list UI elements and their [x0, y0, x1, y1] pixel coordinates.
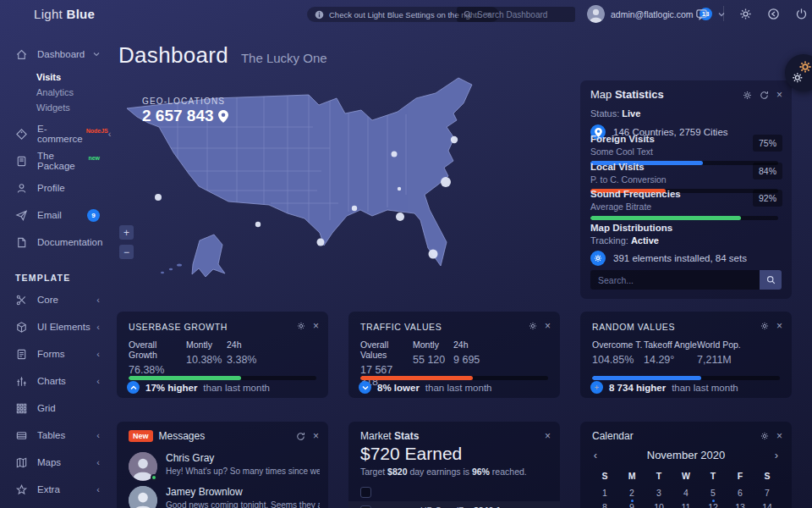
sidebar-item-ui-elements[interactable]: UI Elements ‹ [0, 313, 110, 340]
gear-icon[interactable] [760, 432, 769, 440]
navbar-search [457, 7, 575, 22]
calendar-day[interactable]: 1 [591, 486, 618, 500]
status-line: Status: Live [590, 108, 640, 119]
calendar-day[interactable]: 4 [672, 486, 700, 500]
new-badge: new [88, 155, 100, 161]
prev-month-button[interactable]: ‹ [580, 449, 611, 461]
market-stats-widget: Market Stats × $720 Earned Target $820 d… [348, 422, 560, 508]
calendar-day[interactable]: 10 [645, 500, 672, 508]
new-badge: New [129, 430, 153, 442]
map-icon [15, 456, 28, 469]
gear-icon[interactable] [743, 91, 752, 100]
book-icon [15, 155, 28, 168]
chevron-left-icon: ‹ [96, 322, 100, 332]
map-stats-search-input[interactable] [590, 270, 760, 290]
zoom-out-button[interactable]: − [119, 245, 134, 259]
scissors-icon [15, 294, 28, 306]
gear-icon[interactable] [297, 322, 305, 330]
usa-map[interactable]: GEO-LOCATIONS 2 657 843 + − [118, 76, 508, 284]
calendar-day[interactable]: 9 [618, 500, 645, 508]
sidebar-item-core[interactable]: Core ‹ [0, 286, 110, 313]
gear-icon[interactable] [739, 8, 752, 20]
navbar-icons [695, 6, 808, 21]
progress-bar [360, 376, 473, 380]
close-icon[interactable]: × [545, 431, 551, 441]
sidebar-item-documentation[interactable]: Documentation [0, 229, 110, 256]
calendar-day[interactable]: 6 [727, 486, 754, 500]
website-globe-icon[interactable] [767, 8, 780, 20]
sidebar-item-grid[interactable]: Grid [0, 395, 110, 422]
close-icon[interactable]: × [776, 321, 782, 331]
search-input[interactable] [477, 10, 568, 19]
calendar-day[interactable]: 11 [672, 500, 700, 508]
light-blue-dashboard: { "icons": { "close": "×", "chevron_left… [0, 0, 812, 508]
next-month-button[interactable]: › [761, 449, 792, 461]
zoom-in-button[interactable]: + [119, 225, 134, 240]
template-section-label: TEMPLATE [15, 273, 110, 283]
calendar-day[interactable]: 7 [754, 486, 781, 500]
sidebar-item-ecommerce[interactable]: E-commerce NodeJS ‹ [0, 120, 110, 147]
sidebar-item-charts[interactable]: Charts ‹ [0, 367, 110, 395]
chat-icon[interactable] [695, 8, 708, 20]
tracking-line: Tracking: Active [590, 235, 659, 246]
calendar-day-with-event[interactable]: 5 [700, 486, 727, 500]
avatar [129, 452, 157, 481]
message-item[interactable]: Chris Gray Hey! What's up? So many times… [129, 452, 320, 481]
sidebar: Dashboard Visits Analytics Widgets E-com… [0, 29, 110, 508]
sidebar-item-maps[interactable]: Maps ‹ [0, 449, 110, 476]
map-distributions-title: Map Distributions [590, 223, 672, 233]
sidebar-item-extra[interactable]: Extra ‹ [0, 476, 110, 503]
stat-widgets-row: USERBASE GROWTH × Overall Growth76.38% M… [117, 312, 792, 398]
gear-icon[interactable] [529, 322, 537, 330]
geo-locations-count: 2 657 843 [142, 107, 228, 125]
trend-footer: + 8 734 higher than last month [590, 381, 738, 394]
chevron-left-icon: ‹ [96, 376, 100, 386]
settings-drawer-button[interactable] [785, 54, 812, 91]
dashboard-submenu: Visits Analytics Widgets [0, 68, 110, 120]
close-icon[interactable]: × [313, 431, 319, 441]
widget-title: Market Stats [360, 430, 419, 442]
calendar-day[interactable]: 12 [700, 500, 727, 508]
sidebar-item-the-package[interactable]: The Package new [0, 147, 110, 174]
elements-line: 391 elements installed, 84 sets [590, 251, 747, 266]
sidebar-item-forms[interactable]: Forms ‹ [0, 340, 110, 367]
row-checkbox[interactable] [360, 487, 371, 498]
close-icon[interactable]: × [776, 431, 782, 441]
close-icon[interactable]: × [776, 90, 782, 100]
table-row[interactable] [348, 483, 560, 501]
map-zoom-controls: + − [119, 225, 134, 259]
close-icon[interactable]: × [313, 321, 319, 331]
sidebar-item-visits[interactable]: Visits [36, 69, 110, 85]
row-checkbox[interactable] [360, 505, 371, 508]
sidebar-item-email[interactable]: Email 9 [0, 202, 110, 229]
plus-icon: + [590, 381, 603, 394]
gear-icon[interactable] [760, 322, 769, 330]
form-icon [15, 348, 28, 361]
nodejs-badge: NodeJS [86, 128, 108, 134]
calendar-day[interactable]: 8 [591, 500, 618, 508]
target-line: Target $820 day earnings is 96% reached. [360, 467, 527, 477]
trend-up-icon [127, 381, 140, 394]
sidebar-item-dashboard[interactable]: Dashboard [0, 41, 110, 68]
refresh-icon[interactable] [760, 91, 769, 100]
app-logo[interactable]: Light Blue [34, 7, 95, 21]
calendar-day[interactable]: 3 [645, 486, 672, 500]
sidebar-item-widgets[interactable]: Widgets [36, 100, 110, 115]
tag-icon [15, 128, 28, 141]
chevron-left-icon: ‹ [96, 349, 100, 359]
message-item[interactable]: Jamey Brownlow Good news coming tonight.… [129, 486, 320, 508]
calendar-day[interactable]: 13 [727, 500, 754, 508]
calendar-day[interactable]: 14 [754, 500, 781, 508]
logout-power-icon[interactable] [795, 8, 808, 20]
trend-footer: 8% lower than last month [359, 381, 492, 394]
sidebar-item-analytics[interactable]: Analytics [36, 85, 110, 100]
search-submit-button[interactable] [760, 270, 782, 290]
calendar-day-with-event[interactable]: 2 [618, 486, 645, 500]
progress-bar [129, 376, 241, 380]
table-row[interactable]: HP Core i7 $346.1 [348, 501, 560, 508]
refresh-icon[interactable] [296, 432, 305, 441]
close-icon[interactable]: × [545, 321, 551, 331]
percent-pill: 84% [753, 163, 782, 179]
sidebar-item-tables[interactable]: Tables ‹ [0, 422, 110, 449]
sidebar-item-profile[interactable]: Profile [0, 174, 110, 202]
